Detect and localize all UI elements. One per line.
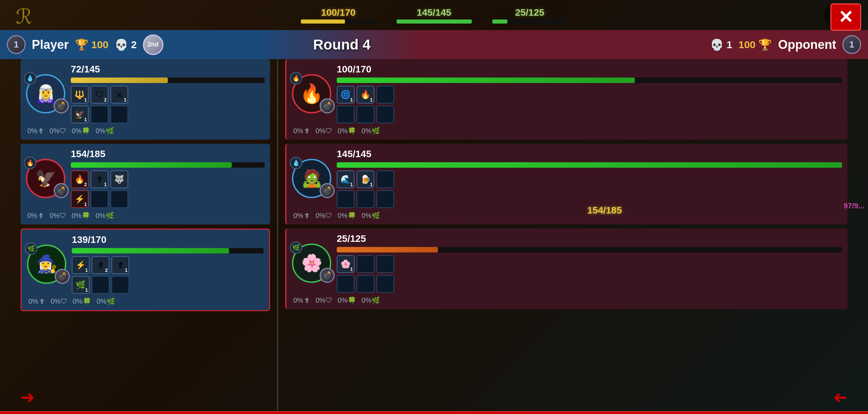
player-unit-1-avatar: 🧝‍♀️ 💧 💣 xyxy=(26,74,65,113)
stat-defense: 0%🛡 xyxy=(316,212,332,220)
opponent-unit-1-hp-fill xyxy=(337,78,635,83)
opponent-skull: 💀 1 xyxy=(710,38,732,51)
opponent-unit-3-stats: 0%🗡 0%🛡 0%🍀 0%🌿 xyxy=(292,296,842,304)
player-unit-2-hp-bar xyxy=(71,162,265,168)
opponent-unit-3-grenade: 💣 xyxy=(320,268,335,283)
player-unit-1[interactable]: 🧝‍♀️ 💧 💣 72/145 🔱1 🛡2 ⚔1 xyxy=(21,59,270,140)
item-slot: 🌿1 xyxy=(72,276,90,294)
item-slot-empty xyxy=(91,106,108,123)
player-trophy: 🏆 100 xyxy=(75,38,108,51)
item-slot-empty xyxy=(376,275,394,293)
stat-dodge: 0%🌿 xyxy=(96,211,114,220)
player-unit-2-info: 154/185 🔥2 🗡1 🐺 ⚡1 xyxy=(71,149,265,208)
health-bar-bg-1 xyxy=(301,19,376,24)
stat-crit: 0%🍀 xyxy=(338,211,356,220)
opponent-unit-2-element: 💧 xyxy=(290,157,302,169)
opponent-unit-1-grenade: 💣 xyxy=(320,98,335,113)
stat-attack: 0%🗡 xyxy=(293,212,310,220)
player-side: 🧝‍♀️ 💧 💣 72/145 🔱1 🛡2 ⚔1 xyxy=(21,59,270,411)
opponent-name: Opponent xyxy=(778,38,836,52)
item-slot: 🦅1 xyxy=(71,106,89,123)
opponent-header: 💀 1 100 🏆 Opponent 1 xyxy=(424,30,868,59)
stat-crit: 0%🍀 xyxy=(73,297,91,305)
opponent-unit-1-items-row2 xyxy=(337,106,842,123)
stat-defense: 0%🛡 xyxy=(51,298,67,305)
opponent-unit-1[interactable]: 🔥 🔥 💣 100/170 🌀1 🔥1 xyxy=(285,59,847,140)
item-slot-empty xyxy=(357,190,374,208)
item-slot-empty xyxy=(376,170,394,188)
opponent-unit-3-items-row2 xyxy=(337,275,842,293)
item-slot-empty xyxy=(376,190,394,208)
player-unit-1-grenade: 💣 xyxy=(54,98,69,113)
opponent-unit-2-hp-fill xyxy=(337,162,842,168)
player-name: Player xyxy=(32,38,69,52)
main-content: 🧝‍♀️ 💧 💣 72/145 🔱1 🛡2 ⚔1 xyxy=(21,59,847,411)
player-unit-1-element: 💧 xyxy=(24,72,36,84)
player-unit-3-hp: 139/170 xyxy=(72,234,264,245)
stat-dodge: 0%🌿 xyxy=(362,127,380,135)
opponent-unit-1-element: 🔥 xyxy=(290,72,302,84)
stat-crit: 0%🍀 xyxy=(72,127,90,135)
opponent-unit-3-avatar: 🌸 🌿 💣 xyxy=(292,244,331,283)
health-group-3: 25/125 xyxy=(492,7,567,24)
health-bar-bg-3 xyxy=(492,19,567,24)
player-unit-3-hp-fill xyxy=(72,248,229,253)
mid-battle-text2: 97/9... xyxy=(844,202,865,210)
stat-dodge: 0%🌿 xyxy=(362,211,380,220)
player-rank-badge: 1 xyxy=(7,35,26,54)
close-button[interactable]: ✕ xyxy=(830,3,861,31)
player-header: 1 Player 🏆 100 💀 2 2nd xyxy=(0,30,260,59)
health-text-2: 145/145 xyxy=(417,7,451,18)
player-unit-3-top: 🧙‍♀️ 🌿 💣 139/170 ⚡1 🗡2 🗡1 xyxy=(27,234,264,294)
header-bar: 1 Player 🏆 100 💀 2 2nd Round 4 💀 1 100 🏆… xyxy=(0,30,868,59)
opponent-unit-3[interactable]: 🌸 🌿 💣 25/125 🌸1 xyxy=(285,229,847,309)
opponent-unit-3-hp-fill xyxy=(337,247,438,252)
stat-defense: 0%🛡 xyxy=(316,127,332,135)
item-slot: 🍺1 xyxy=(357,170,374,188)
skull-icon-player: 💀 xyxy=(115,38,128,51)
opponent-unit-3-info: 25/125 🌸1 xyxy=(337,233,842,293)
item-slot: 🌸1 xyxy=(337,255,355,273)
item-slot: 🌊1 xyxy=(337,170,355,188)
stat-crit: 0%🍀 xyxy=(338,127,356,135)
item-slot-empty xyxy=(337,275,355,293)
player-unit-1-hp: 72/145 xyxy=(71,64,265,75)
stat-crit: 0%🍀 xyxy=(72,211,90,220)
opponent-side: 🔥 🔥 💣 100/170 🌀1 🔥1 xyxy=(285,59,847,411)
item-slot: 🗡1 xyxy=(91,170,108,188)
item-slot-empty xyxy=(92,276,109,294)
opponent-unit-1-top: 🔥 🔥 💣 100/170 🌀1 🔥1 xyxy=(292,64,842,123)
health-bar-fill-1 xyxy=(301,19,345,24)
player-unit-1-items: 🔱1 🛡2 ⚔1 🦅1 xyxy=(71,86,265,123)
item-slot: 🗡1 xyxy=(111,256,129,274)
top-health-bar: 100/170 145/145 25/125 xyxy=(0,0,868,31)
item-slot: ⚔1 xyxy=(110,86,128,104)
player-unit-3-grenade: 💣 xyxy=(55,269,70,284)
stat-attack: 0%🗡 xyxy=(28,298,45,305)
opponent-unit-2-avatar: 🧟 💧 💣 xyxy=(292,159,331,198)
trophy-icon: 🏆 xyxy=(75,38,89,51)
opponent-unit-3-element: 🌿 xyxy=(290,242,302,254)
item-slot-empty xyxy=(357,106,374,123)
player-unit-3-stats: 0%🗡 0%🛡 0%🍀 0%🌿 xyxy=(27,297,264,305)
health-group-2: 145/145 xyxy=(397,7,472,24)
player-unit-2-items-row1: 🔥2 🗡1 🐺 xyxy=(71,170,265,188)
player-unit-3[interactable]: 🧙‍♀️ 🌿 💣 139/170 ⚡1 🗡2 🗡1 xyxy=(21,229,270,311)
stat-defense: 0%🛡 xyxy=(50,212,66,220)
arrow-right: ➜ xyxy=(833,387,847,407)
item-slot: ⚡1 xyxy=(72,256,90,274)
opponent-unit-1-info: 100/170 🌀1 🔥1 xyxy=(337,64,842,123)
health-text-1: 100/170 xyxy=(321,7,356,18)
opponent-unit-2-top: 🧟 💧 💣 145/145 🌊1 🍺1 xyxy=(292,149,842,208)
player-unit-2-stats: 0%🗡 0%🛡 0%🍀 0%🌿 xyxy=(26,211,265,220)
opponent-unit-1-items-row1: 🌀1 🔥1 xyxy=(337,86,842,104)
opponent-unit-2-items: 🌊1 🍺1 xyxy=(337,170,842,208)
item-slot: 🔱1 xyxy=(71,86,89,104)
item-slot-empty xyxy=(357,275,374,293)
player-unit-1-info: 72/145 🔱1 🛡2 ⚔1 🦅1 xyxy=(71,64,265,123)
player-unit-2[interactable]: 🦅 🔥 💣 154/185 🔥2 🗡1 🐺 xyxy=(21,144,270,224)
stat-dodge: 0%🌿 xyxy=(362,296,380,304)
health-bar-fill-2 xyxy=(397,19,472,24)
opponent-unit-2[interactable]: 🧟 💧 💣 145/145 🌊1 🍺1 xyxy=(285,144,847,224)
stat-attack: 0%🗡 xyxy=(27,212,44,220)
